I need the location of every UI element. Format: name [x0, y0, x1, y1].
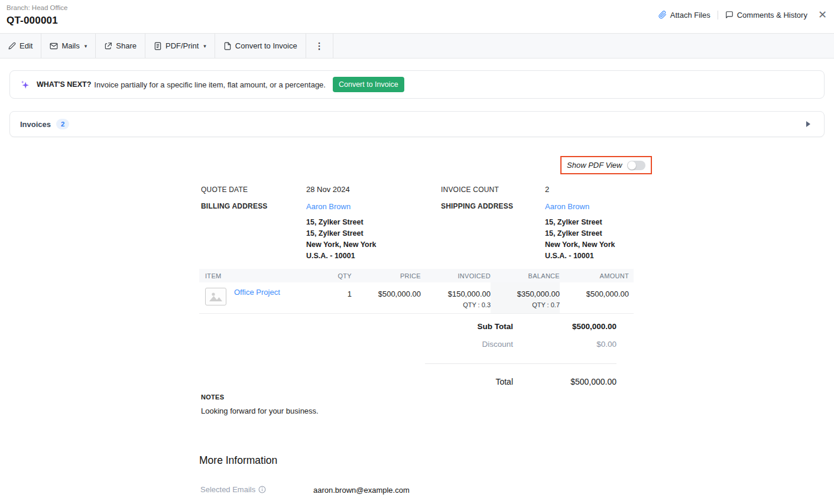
share-button[interactable]: Share — [96, 34, 145, 58]
billing-address-line: New York, New York — [306, 239, 377, 251]
item-balance-amount: $350,000.00 — [491, 290, 560, 298]
whats-next-message: Invoice partially for a specific line it… — [94, 80, 326, 89]
invoices-label: Invoices — [20, 120, 51, 129]
shipping-address-line: 15, Zylker Street — [545, 228, 615, 239]
billing-contact-link[interactable]: Aaron Brown — [306, 202, 351, 211]
invoice-count-value: 2 — [545, 185, 549, 194]
more-actions-button[interactable]: ⋮ — [306, 34, 333, 58]
whats-next-banner: WHAT'S NEXT? Invoice partially for a spe… — [9, 70, 825, 99]
envelope-icon — [50, 42, 58, 50]
whats-next-label: WHAT'S NEXT? — [37, 80, 91, 89]
header-actions: Attach Files Comments & History ✕ — [658, 9, 829, 20]
selected-emails-label: Selected Emails — [200, 485, 266, 494]
invoice-count-label: INVOICE COUNT — [441, 186, 499, 194]
table-header-row: ITEM QTY PRICE INVOICED BALANCE AMOUNT — [199, 269, 634, 282]
col-header-item: ITEM — [199, 272, 313, 279]
shipping-address-line: U.S.A. - 10001 — [545, 251, 615, 262]
show-pdf-view-label: Show PDF View — [567, 161, 622, 170]
sub-total-row: Sub Total $500,000.00 — [425, 322, 616, 331]
discount-label: Discount — [425, 340, 513, 349]
shipping-contact-link[interactable]: Aaron Brown — [545, 202, 589, 211]
shipping-address-line: New York, New York — [545, 239, 615, 251]
pdf-print-button[interactable]: PDF/Print ▾ — [145, 34, 215, 58]
pencil-icon — [8, 42, 16, 50]
shipping-address-label: SHIPPING ADDRESS — [441, 202, 513, 210]
item-invoiced-amount: $150,000.00 — [421, 290, 491, 298]
notes-label: NOTES — [201, 394, 224, 401]
total-value: $500,000.00 — [513, 377, 616, 386]
share-label: Share — [116, 41, 137, 50]
total-label: Total — [425, 377, 513, 386]
totals-divider — [425, 363, 616, 364]
item-invoiced-qty: QTY : 0.3 — [421, 301, 491, 308]
discount-row: Discount $0.00 — [425, 340, 616, 349]
shipping-address-block: 15, Zylker Street 15, Zylker Street New … — [545, 217, 615, 262]
mails-button[interactable]: Mails ▾ — [41, 34, 96, 58]
caret-right-icon — [806, 121, 810, 127]
billing-address-line: 15, Zylker Street — [306, 228, 377, 239]
info-icon[interactable] — [258, 486, 266, 493]
edit-button[interactable]: Edit — [0, 34, 41, 58]
pdf-print-label: PDF/Print — [165, 41, 199, 50]
item-image-placeholder — [205, 288, 226, 305]
mails-label: Mails — [61, 41, 79, 50]
comment-icon — [725, 11, 734, 19]
pdf-file-icon — [154, 42, 162, 50]
shipping-address-line: 15, Zylker Street — [545, 217, 615, 228]
item-amount: $500,000.00 — [560, 282, 634, 313]
branch-label: Branch: Head Office — [7, 4, 67, 11]
document-icon — [223, 42, 232, 50]
paperclip-icon — [658, 11, 667, 19]
col-header-price: PRICE — [352, 272, 421, 279]
item-balance: $350,000.00 QTY : 0.7 — [491, 282, 560, 313]
col-header-balance: BALANCE — [491, 272, 560, 279]
chevron-down-icon: ▾ — [203, 43, 206, 49]
attach-files-button[interactable]: Attach Files — [658, 11, 710, 19]
col-header-invoiced: INVOICED — [421, 272, 491, 279]
quote-date-value: 28 Nov 2024 — [306, 185, 350, 194]
invoices-count-badge: 2 — [56, 119, 69, 129]
share-icon — [104, 42, 112, 50]
item-qty: 1 — [313, 282, 352, 313]
line-items-table: ITEM QTY PRICE INVOICED BALANCE AMOUNT O… — [199, 269, 634, 314]
sub-total-value: $500,000.00 — [513, 322, 616, 331]
page-title: QT-000001 — [7, 15, 58, 27]
billing-address-label: BILLING ADDRESS — [201, 202, 268, 210]
edit-label: Edit — [20, 41, 33, 50]
item-price: $500,000.00 — [352, 282, 421, 313]
selected-emails-value: aaron.brown@example.com — [313, 486, 410, 495]
show-pdf-view-toggle[interactable] — [627, 161, 645, 170]
toggle-knob — [628, 161, 636, 170]
total-row: Total $500,000.00 — [425, 377, 616, 386]
item-balance-qty: QTY : 0.7 — [491, 301, 560, 308]
invoices-accordion[interactable]: Invoices 2 — [9, 111, 825, 137]
sub-total-label: Sub Total — [425, 322, 513, 331]
attach-files-label: Attach Files — [670, 11, 710, 19]
comments-history-button[interactable]: Comments & History — [725, 11, 807, 19]
convert-to-invoice-label: Convert to Invoice — [235, 41, 297, 50]
chevron-down-icon: ▾ — [85, 43, 87, 49]
close-icon[interactable]: ✕ — [816, 9, 829, 20]
table-row: Office Project 1 $500,000.00 $150,000.00… — [199, 282, 634, 314]
comments-history-label: Comments & History — [737, 11, 807, 19]
col-header-amount: AMOUNT — [560, 272, 634, 279]
billing-address-block: 15, Zylker Street 15, Zylker Street New … — [306, 217, 377, 262]
item-invoiced: $150,000.00 QTY : 0.3 — [421, 282, 491, 313]
item-name-link[interactable]: Office Project — [234, 288, 280, 297]
convert-to-invoice-button[interactable]: Convert to Invoice — [215, 34, 306, 58]
billing-address-line: 15, Zylker Street — [306, 217, 377, 228]
col-header-qty: QTY — [313, 272, 352, 279]
convert-to-invoice-cta-button[interactable]: Convert to Invoice — [333, 77, 404, 92]
more-information-title: More Information — [199, 454, 277, 467]
billing-address-line: U.S.A. - 10001 — [306, 251, 377, 262]
toolbar: Edit Mails ▾ Share PDF/Print ▾ Convert t… — [0, 33, 834, 58]
notes-text: Looking forward for your business. — [201, 407, 319, 415]
quote-date-label: QUOTE DATE — [201, 186, 248, 194]
discount-value: $0.00 — [513, 340, 616, 349]
header-divider — [718, 11, 718, 19]
show-pdf-view-highlight: Show PDF View — [560, 156, 652, 174]
sparkle-icon — [20, 80, 30, 90]
